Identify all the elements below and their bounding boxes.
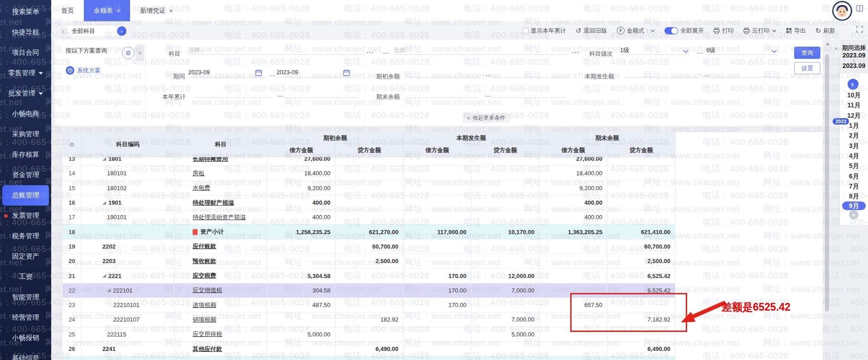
level-from-select[interactable]: 1级 bbox=[620, 46, 690, 55]
period-panel-collapse-icon[interactable]: » bbox=[832, 42, 840, 55]
expand-triangle-icon[interactable] bbox=[102, 274, 106, 278]
month-item-2月[interactable]: 2月 bbox=[840, 131, 868, 141]
user-avatar[interactable] bbox=[832, 1, 852, 21]
tab-首页[interactable]: 首页 bbox=[51, 0, 84, 21]
ytd-to-input[interactable] bbox=[283, 89, 358, 98]
close-icon[interactable]: × bbox=[116, 7, 120, 14]
calendar-icon[interactable] bbox=[343, 69, 350, 76]
cloud-print-dropdown[interactable]: 云打印 bbox=[743, 27, 776, 35]
month-item-11月[interactable]: 11月 bbox=[840, 101, 868, 110]
month-item-4月[interactable]: 4月 bbox=[840, 151, 868, 161]
sidebar-item-批发管理[interactable]: 批发管理 bbox=[0, 83, 51, 104]
month-item-9月[interactable]: 9月 bbox=[842, 202, 866, 210]
opening-to-input[interactable] bbox=[492, 69, 567, 77]
sidebar-item-资金管理[interactable]: 资金管理 bbox=[0, 165, 51, 185]
subject-scope-selector[interactable]: ‹ 全部科目 › bbox=[57, 25, 128, 37]
month-item-5月[interactable]: 5月 bbox=[840, 161, 868, 171]
scroll-months-up-button[interactable]: » bbox=[848, 79, 858, 90]
sidebar-item-总账管理[interactable]: 总账管理 bbox=[2, 185, 49, 206]
ending-to-input[interactable] bbox=[492, 89, 567, 98]
account-name-link[interactable]: 房租 bbox=[193, 169, 204, 178]
account-name-link[interactable]: 水电费 bbox=[193, 184, 210, 192]
collapse-more-conditions-button[interactable]: » 收起更多条件 bbox=[463, 113, 510, 123]
account-name-link[interactable]: 应付账款 bbox=[193, 242, 216, 250]
sidebar-item-采购管理[interactable]: 采购管理 bbox=[0, 124, 51, 144]
sidebar-item-智能管理[interactable]: 智能管理 bbox=[0, 287, 51, 307]
chevron-down-icon[interactable] bbox=[683, 50, 689, 53]
sidebar-item-零售管理[interactable]: 零售管理 bbox=[0, 63, 51, 83]
account-name-link[interactable]: 应交税费 bbox=[193, 272, 216, 280]
account-name-link[interactable]: 待处理流动资产损溢 bbox=[193, 213, 246, 221]
period-to-input[interactable]: 2023-09 bbox=[276, 69, 353, 77]
sidebar-item-库存核算[interactable]: 库存核算 bbox=[0, 144, 51, 165]
prev-subject-icon[interactable]: ‹ bbox=[58, 26, 68, 36]
subject-from-input[interactable]: 选择... bbox=[188, 46, 365, 55]
account-name-link[interactable]: 待处理财产损溢 bbox=[193, 199, 234, 207]
revert-old-version-button[interactable]: ↺ 退回旧版 bbox=[576, 27, 607, 35]
month-item-6月[interactable]: 6月 bbox=[840, 171, 868, 181]
month-item-3月[interactable]: 3月 bbox=[840, 141, 868, 151]
sidebar-item-搜索菜单[interactable]: 搜索菜单 bbox=[0, 2, 51, 22]
subject-to-picker-icon[interactable]: ··· bbox=[572, 49, 579, 56]
fullscreen-icon[interactable] bbox=[856, 26, 863, 33]
sidebar-item-经营管理[interactable]: 经营管理 bbox=[0, 307, 51, 328]
expand-triangle-icon[interactable] bbox=[102, 201, 106, 205]
close-icon[interactable]: × bbox=[169, 7, 173, 14]
account-name-link[interactable]: 应交所得税 bbox=[193, 330, 222, 338]
sidebar-item-固定资产[interactable]: 固定资产 bbox=[0, 246, 51, 267]
account-name-link[interactable]: 应交增值税 bbox=[193, 286, 222, 294]
toggle-on-icon[interactable] bbox=[664, 27, 678, 34]
period-from-input[interactable]: 2023-09 bbox=[188, 69, 265, 77]
scrollbar-up-icon[interactable] bbox=[825, 42, 830, 45]
screen-split-icon[interactable] bbox=[856, 5, 863, 12]
period-from[interactable]: 2023.09 bbox=[840, 52, 868, 59]
next-subject-icon[interactable]: › bbox=[117, 26, 126, 36]
system-plan-item[interactable]: 系统方案 bbox=[66, 66, 101, 75]
scroll-months-down-button[interactable]: » bbox=[849, 210, 858, 220]
level-to-select[interactable]: 6级 bbox=[706, 46, 778, 55]
month-item-7月[interactable]: 7月 bbox=[840, 182, 868, 192]
ytd-from-input[interactable] bbox=[195, 89, 272, 98]
opening-from-input[interactable] bbox=[406, 69, 478, 77]
tab-新增凭证[interactable]: 新增凭证× bbox=[130, 0, 183, 21]
subject-from-picker-icon[interactable]: ··· bbox=[367, 49, 374, 56]
account-name-link[interactable]: 其他应付款 bbox=[193, 345, 222, 353]
account-name-link[interactable]: 长期待摊费用 bbox=[193, 157, 228, 163]
settings-button[interactable]: 设置 bbox=[794, 62, 820, 74]
sidebar-item-小畅电商[interactable]: 小畅电商 bbox=[0, 104, 51, 124]
sidebar-item-税务管理[interactable]: 税务管理 bbox=[0, 226, 51, 246]
tab-余额表[interactable]: 余额表× bbox=[84, 0, 130, 21]
account-name-link[interactable]: 预收账款 bbox=[193, 257, 216, 265]
month-item-8月[interactable]: 8月 bbox=[840, 192, 868, 202]
expand-triangle-icon[interactable] bbox=[102, 157, 106, 161]
sidebar-item-基础信息[interactable]: 基础信息 bbox=[0, 348, 51, 360]
show-ytd-checkbox[interactable]: 显示本年累计 bbox=[523, 27, 566, 35]
print-button[interactable]: 打印 bbox=[713, 27, 734, 35]
calendar-icon[interactable] bbox=[255, 69, 262, 76]
vertical-scrollbar[interactable] bbox=[825, 54, 829, 312]
table-gear-icon[interactable]: ⚙ bbox=[63, 132, 82, 157]
collapse-plan-panel-button[interactable]: « bbox=[136, 44, 144, 61]
current-from-input[interactable] bbox=[623, 69, 698, 77]
period-to[interactable]: 2023.09 bbox=[840, 62, 868, 69]
account-name-link[interactable]: 进项税额 bbox=[193, 301, 216, 309]
export-button[interactable]: 导出 bbox=[786, 27, 806, 35]
plan-settings-gear-icon[interactable]: ⚙ bbox=[122, 47, 135, 59]
subject-to-input[interactable]: 选择... bbox=[393, 46, 569, 55]
sidebar-item-小畅报销[interactable]: 小畅报销 bbox=[0, 328, 51, 348]
sidebar-item-发票管理[interactable]: 发票管理 bbox=[0, 206, 51, 226]
expand-all-toggle[interactable]: 全部展开 bbox=[664, 27, 704, 35]
month-item-10月[interactable]: 10月 bbox=[840, 91, 868, 101]
sidebar-item-项目合同[interactable]: 项目合同 bbox=[0, 43, 51, 63]
account-name-link[interactable]: 销项税额 bbox=[193, 316, 216, 324]
search-button[interactable]: 查询 bbox=[794, 47, 820, 59]
ending-from-input[interactable] bbox=[406, 89, 478, 98]
sidebar-item-快捷导航[interactable]: 快捷导航 bbox=[0, 22, 51, 43]
expand-triangle-icon[interactable] bbox=[107, 288, 111, 292]
refresh-button[interactable]: ↻ 刷新 bbox=[815, 27, 835, 35]
sidebar-item-工资[interactable]: 工资 bbox=[0, 267, 51, 287]
checkbox-icon[interactable] bbox=[523, 28, 529, 34]
current-to-input[interactable] bbox=[709, 69, 784, 77]
amount-style-dropdown[interactable]: ¥ 金额式 | bbox=[617, 27, 655, 35]
chevron-down-icon[interactable] bbox=[771, 50, 777, 53]
